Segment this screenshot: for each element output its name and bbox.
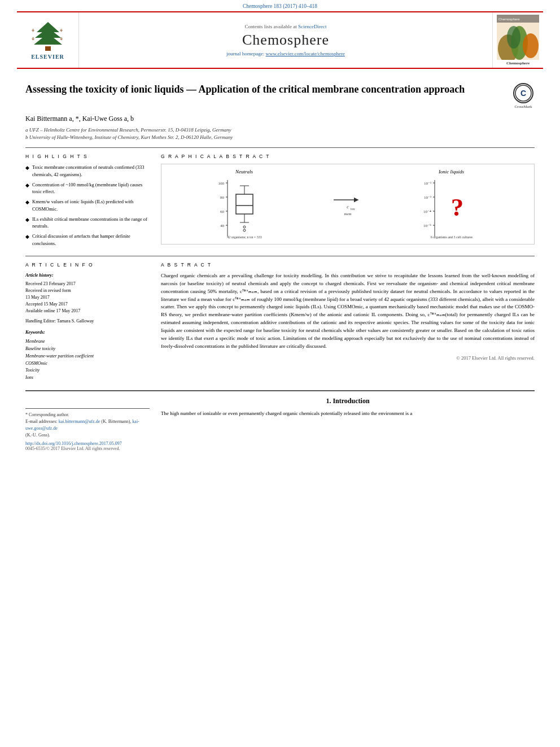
- svg-text:mem: mem: [344, 212, 351, 216]
- elsevier-logo: ⚘ ⚘ ⚘ ⚘ ELSEVIER: [28, 21, 68, 60]
- crossmark-icon: C: [513, 83, 533, 103]
- journal-citation-bar: Chemosphere 183 (2017) 410–418: [0, 0, 560, 11]
- neutrals-label: Neutrals: [235, 169, 253, 174]
- history-label: Article history:: [25, 272, 150, 279]
- elsevier-tree-icon: ⚘ ⚘ ⚘ ⚘: [28, 21, 68, 52]
- svg-text:?: ?: [450, 193, 463, 221]
- bullet-icon: ◆: [25, 233, 29, 241]
- cover-thumbnail: Chemosphere: [497, 15, 539, 60]
- list-item: ◆ Kmem/w values of ionic liquids (ILs) p…: [25, 198, 150, 213]
- journal-header-center: Contents lists available at ScienceDirec…: [79, 12, 492, 68]
- email2-name: (K.-U. Goss).: [25, 432, 150, 439]
- list-item: ◆ Toxic membrane concentration of neutra…: [25, 164, 150, 178]
- main-content: Assessing the toxicity of ionic liquids …: [0, 69, 560, 460]
- journal-homepage: journal homepage: www.elsevier.com/locat…: [226, 51, 345, 56]
- svg-point-12: [507, 26, 520, 49]
- svg-text:C: C: [520, 89, 526, 98]
- journal-header: ⚘ ⚘ ⚘ ⚘ ELSEVIER Contents lists availabl…: [17, 11, 543, 69]
- graphical-abstract-arrow-icon: c tox mem: [331, 169, 365, 231]
- section-divider-mid: [25, 256, 535, 256]
- svg-text:⚘: ⚘: [59, 37, 63, 42]
- revised-date: 13 May 2017: [25, 294, 150, 301]
- info-abstract-row: A R T I C L E I N F O Article history: R…: [25, 262, 535, 382]
- introduction-section: * Corresponding author. E-mail addresses…: [25, 397, 535, 451]
- highlights-column: H I G H L I G H T S ◆ Toxic membrane con…: [25, 154, 150, 250]
- intro-left: * Corresponding author. E-mail addresses…: [25, 397, 150, 451]
- highlight-text: Kmem/w values of ionic liquids (ILs) pre…: [32, 198, 150, 213]
- svg-text:10⁻⁴: 10⁻⁴: [423, 209, 431, 214]
- copyright: © 2017 Elsevier Ltd. All rights reserved…: [161, 355, 535, 361]
- svg-text:⚘: ⚘: [31, 37, 35, 42]
- journal-citation: Chemosphere 183 (2017) 410–418: [243, 3, 317, 9]
- svg-rect-28: [236, 194, 253, 214]
- neutrals-panel: Neutrals 100 80 60 40: [166, 169, 322, 239]
- doi-anchor[interactable]: http://dx.doi.org/10.1016/j.chemosphere.…: [25, 441, 122, 446]
- doi-link: http://dx.doi.org/10.1016/j.chemosphere.…: [25, 441, 150, 446]
- introduction-text-area: 1. Introduction The high number of ioniz…: [161, 397, 535, 451]
- svg-text:⚘: ⚘: [31, 28, 35, 33]
- cover-label: Chemosphere: [506, 61, 530, 65]
- list-item: ◆ Concentration of ~100 mmol/kg (membran…: [25, 181, 150, 196]
- svg-rect-0: [45, 46, 51, 51]
- svg-point-32: [243, 226, 246, 228]
- elsevier-logo-area: ⚘ ⚘ ⚘ ⚘ ELSEVIER: [17, 12, 79, 68]
- article-title-section: Assessing the toxicity of ionic liquids …: [25, 83, 535, 109]
- handling-editor: Handling Editor: Tamara S. Galloway: [25, 318, 150, 325]
- crossmark-label: CrossMark: [514, 104, 532, 109]
- homepage-link[interactable]: www.elsevier.com/locate/chemosphere: [266, 51, 345, 56]
- received-revised-label: Received in revised form: [25, 287, 150, 294]
- highlight-text: Toxic membrane concentration of neutrals…: [32, 164, 150, 178]
- crossmark-symbol-icon: C: [514, 84, 532, 102]
- svg-text:40: 40: [220, 224, 225, 228]
- science-direct-line: Contents lists available at ScienceDirec…: [245, 24, 327, 29]
- svg-marker-3: [34, 33, 62, 45]
- page: Chemosphere 183 (2017) 410–418 ⚘ ⚘ ⚘ ⚘: [0, 0, 560, 460]
- svg-text:60: 60: [220, 209, 225, 214]
- article-title: Assessing the toxicity of ionic liquids …: [25, 83, 504, 96]
- highlight-text: ILs exhibit critical membrane concentrat…: [32, 216, 150, 230]
- keyword: Toxicity: [25, 367, 150, 374]
- corresponding-note: * Corresponding author.: [25, 412, 150, 418]
- affiliation-b: b University of Halle-Wittenberg, Instit…: [25, 134, 535, 141]
- svg-point-33: [243, 229, 246, 231]
- footnote-section: * Corresponding author. E-mail addresses…: [25, 408, 150, 451]
- bullet-icon: ◆: [25, 182, 29, 190]
- keyword: Membrane-water partition coefficient: [25, 353, 150, 360]
- rights-line: 0045-6535/© 2017 Elsevier Ltd. All right…: [25, 446, 150, 451]
- keyword: Ions: [25, 374, 150, 382]
- received-date: Received 23 February 2017: [25, 281, 150, 287]
- neutrals-boxplot-icon: 100 80 60 40: [216, 177, 273, 239]
- svg-point-11: [523, 33, 539, 58]
- highlight-text: Concentration of ~100 mmol/kg (membrane …: [32, 181, 150, 196]
- graphical-abstract-column: G R A P H I C A L A B S T R A C T Neutra…: [161, 154, 535, 250]
- svg-text:10⁻²: 10⁻²: [423, 181, 431, 186]
- article-info: Article history: Received 23 February 20…: [25, 272, 150, 382]
- list-item: ◆ ILs exhibit critical membrane concentr…: [25, 216, 150, 230]
- bullet-icon: ◆: [25, 164, 29, 172]
- keyword: COSMOmic: [25, 360, 150, 368]
- affiliation-a: a UFZ – Helmholtz Centre for Environment…: [25, 126, 535, 134]
- graphical-abstract-arrow-area: c tox mem: [331, 169, 365, 231]
- svg-text:100: 100: [218, 181, 224, 186]
- abstract-column: A B S T R A C T Charged organic chemical…: [161, 262, 535, 382]
- authors: Kai Bittermann a, *, Kai-Uwe Goss a, b: [25, 115, 535, 123]
- section-divider-top: [25, 147, 535, 148]
- svg-text:⚘: ⚘: [59, 28, 63, 33]
- ionic-liquids-panel: Ionic liquids 10⁻² 10⁻³ 10⁻⁴: [373, 169, 530, 239]
- introduction-text: The high number of ionizable or even per…: [161, 410, 535, 418]
- accepted-date: Accepted 15 May 2017: [25, 301, 150, 308]
- svg-text:10⁻³: 10⁻³: [423, 195, 431, 200]
- science-direct-link[interactable]: ScienceDirect: [298, 24, 326, 29]
- abstract-text: Charged organic chemicals are a prevaili…: [161, 272, 535, 351]
- svg-text:c: c: [347, 204, 349, 209]
- cover-image-icon: Chemosphere: [497, 15, 539, 60]
- highlights-abstract-row: H I G H L I G H T S ◆ Toxic membrane con…: [25, 154, 535, 250]
- email1-link[interactable]: kai.bittermann@ufz.de: [59, 419, 100, 424]
- ionic-liquids-plot-icon: 10⁻² 10⁻³ 10⁻⁴ 10⁻⁵ ? 6 organisms and 3 …: [423, 177, 480, 239]
- list-item: ◆ Critical discussion of artefacts that …: [25, 233, 150, 247]
- highlight-text: Critical discussion of artefacts that ha…: [32, 233, 150, 247]
- bullet-icon: ◆: [25, 216, 29, 224]
- email-note: E-mail addresses: kai.bittermann@ufz.de …: [25, 418, 150, 432]
- svg-text:tox: tox: [351, 207, 355, 211]
- svg-text:10⁻⁵: 10⁻⁵: [423, 224, 431, 228]
